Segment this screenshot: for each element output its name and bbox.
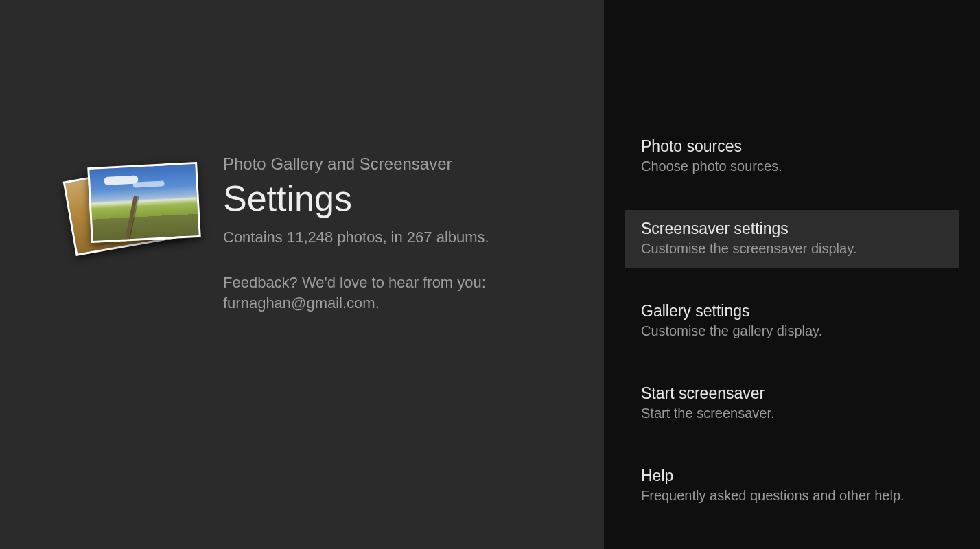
app-name: Photo Gallery and Screensaver bbox=[223, 154, 489, 174]
menu-item-desc: Choose photo sources. bbox=[641, 159, 943, 174]
menu-item-title: Screensaver settings bbox=[641, 220, 943, 238]
feedback-email: furnaghan@gmail.com. bbox=[223, 293, 489, 314]
feedback-prompt: Feedback? We'd love to hear from you: bbox=[223, 272, 489, 293]
menu-item-title: Help bbox=[641, 467, 943, 485]
menu-item-gallery-settings[interactable]: Gallery settings Customise the gallery d… bbox=[625, 292, 959, 350]
left-text-block: Photo Gallery and Screensaver Settings C… bbox=[196, 154, 489, 549]
menu-item-title: Gallery settings bbox=[641, 302, 943, 320]
menu-item-desc: Start the screensaver. bbox=[641, 406, 943, 421]
menu-item-help[interactable]: Help Frequently asked questions and othe… bbox=[625, 457, 959, 515]
menu-item-title: Photo sources bbox=[641, 137, 943, 156]
menu-item-photo-sources[interactable]: Photo sources Choose photo sources. bbox=[625, 128, 959, 185]
menu-item-desc: Customise the gallery display. bbox=[641, 323, 943, 339]
menu-item-screensaver-settings[interactable]: Screensaver settings Customise the scree… bbox=[625, 210, 959, 268]
menu-item-start-screensaver[interactable]: Start screensaver Start the screensaver. bbox=[625, 375, 959, 432]
menu-item-desc: Customise the screensaver display. bbox=[641, 241, 943, 257]
page-title: Settings bbox=[223, 178, 489, 219]
app-icon bbox=[55, 154, 196, 264]
right-panel: Photo sources Choose photo sources. Scre… bbox=[604, 0, 980, 549]
menu-item-desc: Frequently asked questions and other hel… bbox=[641, 488, 943, 504]
menu-item-title: Start screensaver bbox=[641, 384, 943, 403]
photos-summary: Contains 11,248 photos, in 267 albums. bbox=[223, 229, 489, 246]
photo-thumb-front-icon bbox=[87, 162, 201, 243]
left-panel: Photo Gallery and Screensaver Settings C… bbox=[0, 0, 604, 549]
